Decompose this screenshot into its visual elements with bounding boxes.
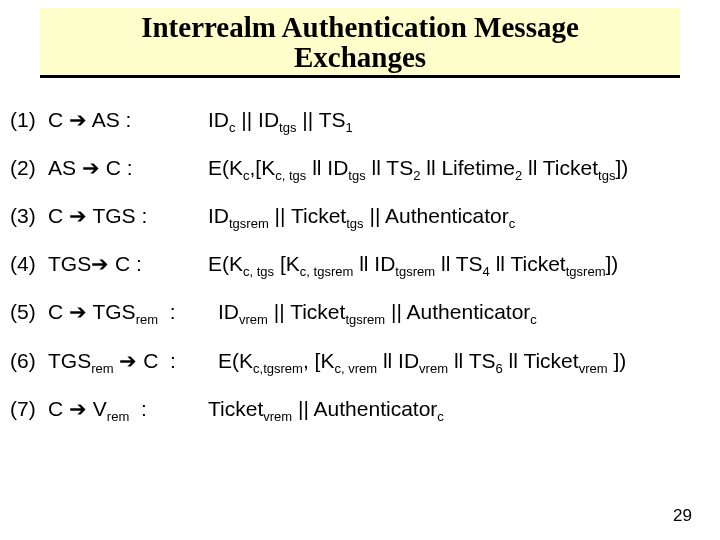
row-message: Ticketvrem || Authenticatorc <box>208 397 710 421</box>
row-index: (4) <box>10 252 48 276</box>
row-message: IDc || IDtgs || TS1 <box>208 108 710 132</box>
title-line-2: Exchanges <box>294 41 426 73</box>
row-direction: C ➔ TGS : <box>48 204 208 228</box>
exchange-list: (1) C ➔ AS : IDc || IDtgs || TS1 (2) AS … <box>0 96 720 433</box>
row-message: IDtgsrem || Tickettgs || Authenticatorc <box>208 204 710 228</box>
exchange-row: (4) TGS➔ C : E(Kc, tgs [Kc, tgsrem ll ID… <box>10 240 710 288</box>
row-message: E(Kc, tgs [Kc, tgsrem ll IDtgsrem ll TS4… <box>208 252 710 276</box>
row-message: E(Kc,[Kc, tgs ll IDtgs ll TS2 ll Lifetim… <box>208 156 710 180</box>
row-direction: AS ➔ C : <box>48 156 208 180</box>
row-index: (5) <box>10 300 48 324</box>
exchange-row: (5) C ➔ TGSrem : IDvrem || Tickettgsrem … <box>10 288 710 336</box>
slide-title: Interrealm Authentication Message Exchan… <box>40 8 680 78</box>
exchange-row: (1) C ➔ AS : IDc || IDtgs || TS1 <box>10 96 710 144</box>
title-line-1: Interrealm Authentication Message <box>141 11 579 43</box>
row-index: (2) <box>10 156 48 180</box>
row-index: (1) <box>10 108 48 132</box>
exchange-row: (3) C ➔ TGS : IDtgsrem || Tickettgs || A… <box>10 192 710 240</box>
row-direction: C ➔ Vrem : <box>48 397 208 421</box>
row-index: (6) <box>10 349 48 373</box>
row-direction: C ➔ TGSrem : <box>48 300 218 324</box>
page-number: 29 <box>673 506 692 526</box>
row-index: (7) <box>10 397 48 421</box>
row-message: E(Kc,tgsrem, [Kc, vrem ll IDvrem ll TS6 … <box>218 349 710 373</box>
exchange-row: (2) AS ➔ C : E(Kc,[Kc, tgs ll IDtgs ll T… <box>10 144 710 192</box>
exchange-row: (7) C ➔ Vrem : Ticketvrem || Authenticat… <box>10 385 710 433</box>
row-index: (3) <box>10 204 48 228</box>
row-direction: TGS➔ C : <box>48 252 208 276</box>
row-direction: C ➔ AS : <box>48 108 208 132</box>
row-direction: TGSrem ➔ C : <box>48 349 218 373</box>
exchange-row: (6) TGSrem ➔ C : E(Kc,tgsrem, [Kc, vrem … <box>10 337 710 385</box>
row-message: IDvrem || Tickettgsrem || Authenticatorc <box>218 300 710 324</box>
